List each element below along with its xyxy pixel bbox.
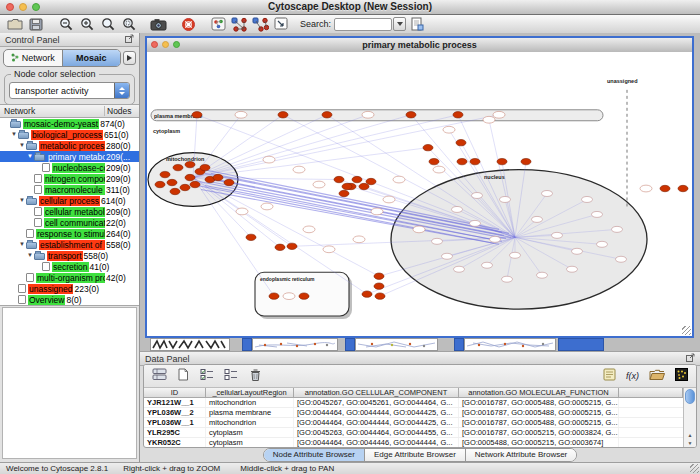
network-tree-header: Network Nodes xyxy=(0,105,139,118)
minimized-window-bar[interactable] xyxy=(558,338,604,351)
column-header[interactable]: annotation.GO MOLECULAR_FUNCTION xyxy=(459,388,619,398)
column-header[interactable]: _cellularLayoutRegion xyxy=(206,388,294,398)
scroll-up-icon[interactable]: ▲ xyxy=(684,431,696,439)
tree-expander-icon[interactable]: ▼ xyxy=(26,250,34,261)
tree-row[interactable]: multi-organism process42(0) xyxy=(0,272,139,283)
minimized-window-edge[interactable] xyxy=(345,338,355,351)
tree-row[interactable]: mosaic-demo-yeast874(0) xyxy=(0,118,139,129)
table-row[interactable]: YKR052Ccytoplasm[GO:0044464, GO:0044446,… xyxy=(144,438,683,447)
import-attributes-button[interactable] xyxy=(647,367,667,385)
scrollbar-thumb[interactable] xyxy=(685,389,695,404)
minimized-window-thumbnail[interactable] xyxy=(355,338,438,351)
tree-expander-icon[interactable]: ▼ xyxy=(10,129,18,140)
column-header[interactable]: annotation.GO CELLULAR_COMPONENT xyxy=(294,388,459,398)
modify-attributes-button[interactable] xyxy=(149,367,169,385)
import-annotation-button[interactable] xyxy=(406,16,427,33)
folder-icon xyxy=(18,132,29,139)
filter-button[interactable] xyxy=(271,16,292,33)
table-row[interactable]: YLR295Ccytoplasm[GO:0045263, GO:0044464,… xyxy=(144,428,683,438)
tab-edge-attribute-browser[interactable]: Edge Attribute Browser xyxy=(364,449,465,461)
birds-eye-view-panel[interactable] xyxy=(2,307,137,459)
tree-row[interactable]: ▼cellular process614(0) xyxy=(0,195,139,206)
table-row[interactable]: YJR121W__1mitochondrion[GO:0045267, GO:0… xyxy=(144,398,683,408)
tree-row[interactable]: nitrogen compound metabolic process209(0… xyxy=(0,173,139,184)
zoom-fit-button[interactable] xyxy=(97,16,118,33)
tree-row[interactable]: unassigned223(0) xyxy=(0,283,139,294)
apply-layout-alt-button[interactable] xyxy=(250,16,271,33)
app-resize-grip[interactable] xyxy=(690,464,699,473)
tab-mosaic[interactable]: Mosaic xyxy=(62,50,121,66)
minimized-window-edge[interactable] xyxy=(454,338,464,351)
tree-row[interactable]: ▼transport558(0) xyxy=(0,250,139,261)
tree-row[interactable]: nucleobase-containing compound metabolic… xyxy=(0,162,139,173)
unselect-all-attributes-button[interactable] xyxy=(221,367,241,385)
table-cell: [GO:0016787, GO:0005488, GO:0005215, G..… xyxy=(459,398,619,407)
float-panel-icon[interactable] xyxy=(125,34,134,45)
tree-expander-icon[interactable]: ▼ xyxy=(26,151,34,162)
zoom-in-button[interactable] xyxy=(76,16,97,33)
tree-expander-icon[interactable]: ▼ xyxy=(18,239,26,250)
table-cell: YKR052C xyxy=(144,438,206,447)
table-cell: [GO:0016787, GO:0005215, GO:0003824, G..… xyxy=(459,428,619,437)
delete-attribute-button[interactable] xyxy=(245,367,265,385)
matrix-view-button[interactable] xyxy=(671,367,691,385)
tree-row[interactable]: ▼primary metabolic process209(... xyxy=(0,151,139,162)
search-dropdown-button[interactable] xyxy=(393,17,406,31)
tree-row[interactable]: macromolecule metabolic process311(0) xyxy=(0,184,139,195)
minimized-window-thumbnail[interactable] xyxy=(252,338,338,351)
svg-text:unassigned: unassigned xyxy=(607,78,638,84)
tree-column-nodes[interactable]: Nodes xyxy=(105,106,139,116)
window-resize-grip[interactable] xyxy=(682,326,691,335)
tree-row[interactable]: cellular metabolic process209(0) xyxy=(0,206,139,217)
page-icon xyxy=(18,284,26,293)
apply-layout-button[interactable] xyxy=(229,16,250,33)
folder-icon xyxy=(649,369,665,384)
search-input[interactable] xyxy=(334,18,392,31)
tree-label: unassigned xyxy=(28,284,73,294)
window-titlebar: Cytoscape Desktop (New Session) xyxy=(0,0,700,15)
tree-row[interactable]: response to stimulus264(0) xyxy=(0,228,139,239)
tree-row[interactable]: ▼establishment of localization558(0) xyxy=(0,239,139,250)
node-color-combobox[interactable]: transporter activity xyxy=(9,82,130,99)
tree-row[interactable]: ▼metabolic process280(0) xyxy=(0,140,139,151)
tree-label: multi-organism process xyxy=(36,273,105,283)
svg-text:mitochondrion: mitochondrion xyxy=(166,156,205,162)
attribute-table[interactable]: ID_cellularLayoutRegionannotation.GO CEL… xyxy=(144,388,683,447)
minimized-window-thumbnail[interactable] xyxy=(464,338,556,351)
tree-expander-icon[interactable]: ▼ xyxy=(18,195,26,206)
network-canvas[interactable]: plasma membranecytoplasmmitochondrionnuc… xyxy=(147,52,692,336)
tab-mosaic-label: Mosaic xyxy=(76,53,107,63)
tree-row[interactable]: cell communication22(0) xyxy=(0,217,139,228)
tree-column-network[interactable]: Network xyxy=(0,106,105,116)
zoom-selected-button[interactable] xyxy=(118,16,139,33)
network-view-window[interactable]: primary metabolic process plasma membran… xyxy=(145,36,694,338)
table-row[interactable]: YPL036W__1mitochondrion[GO:0044464, GO:0… xyxy=(144,418,683,428)
column-header[interactable]: ID xyxy=(144,388,206,398)
scroll-down-icon[interactable]: ▼ xyxy=(684,439,696,447)
formula-builder-button[interactable]: f(x) xyxy=(623,367,643,385)
table-row[interactable]: YPL036W__2plasma membrane[GO:0044464, GO… xyxy=(144,408,683,418)
tab-node-attribute-browser[interactable]: Node Attribute Browser xyxy=(264,449,364,461)
table-scrollbar[interactable]: ▲ ▼ xyxy=(683,388,696,447)
tree-row[interactable]: secretion41(0) xyxy=(0,261,139,272)
float-panel-icon[interactable] xyxy=(686,353,695,364)
tree-count: 280(0) xyxy=(105,141,139,151)
create-attribute-button[interactable] xyxy=(173,367,193,385)
help-button[interactable] xyxy=(178,16,199,33)
vizmapper-button[interactable] xyxy=(208,16,229,33)
tree-row[interactable]: ▼biological_process651(0) xyxy=(0,129,139,140)
save-session-button[interactable] xyxy=(25,16,46,33)
select-all-attributes-button[interactable] xyxy=(197,367,217,385)
attribute-notes-button[interactable] xyxy=(599,367,619,385)
combobox-stepper-icon[interactable] xyxy=(114,83,129,98)
more-tabs-button[interactable] xyxy=(123,51,136,65)
snapshot-button[interactable] xyxy=(148,16,169,33)
minimized-window-thumbnail[interactable] xyxy=(150,338,230,351)
minimized-window-edge[interactable] xyxy=(242,338,252,351)
zoom-out-button[interactable] xyxy=(55,16,76,33)
tab-network[interactable]: Network xyxy=(4,50,62,66)
tab-network-attribute-browser[interactable]: Network Attribute Browser xyxy=(465,449,576,461)
tree-row[interactable]: Overview8(0) xyxy=(0,294,139,305)
open-session-button[interactable] xyxy=(4,16,25,33)
tree-expander-icon[interactable]: ▼ xyxy=(18,140,26,151)
